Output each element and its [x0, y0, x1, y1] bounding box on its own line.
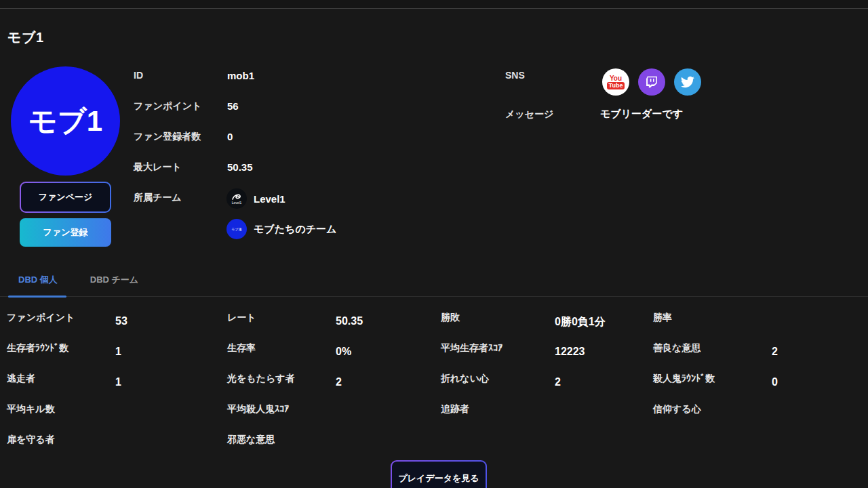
fan-subscriber-label: ファン登録者数 — [134, 131, 201, 143]
fan-register-button[interactable]: ファン登録 — [20, 218, 111, 247]
stat-cell-escapee: 逃走者 1 — [7, 371, 227, 402]
stat-cell-avg-killer-score: 平均殺人鬼ｽｺｱ — [227, 402, 441, 432]
max-rate-label: 最大レート — [134, 161, 182, 174]
stat-cell-malicious: 邪悪な意思 — [227, 432, 441, 463]
id-value: mob1 — [227, 70, 254, 81]
youtube-icon-text-bottom: Tube — [607, 82, 625, 89]
fan-subscriber-value: 0 — [227, 131, 233, 142]
stat-cell-avg-kills: 平均キル数 — [7, 402, 227, 432]
stat-cell-fan-point: ファンポイント 53 — [7, 310, 227, 341]
stat-cell-rate: レート 50.35 — [227, 310, 441, 341]
team-level1-icon: Level1 — [226, 188, 247, 209]
team-mob-icon: モブ達 — [226, 219, 247, 239]
view-play-data-button-label[interactable]: プレイデータを見る — [392, 462, 486, 488]
stat-cell-win-rate: 勝率 — [653, 310, 865, 341]
stat-cell-survival-rate: 生存率 0% — [227, 341, 441, 371]
stats-grid: ファンポイント 53 レート 50.35 勝敗 0勝0負1分 勝率 生存者ﾗｳﾝ… — [7, 310, 865, 463]
sns-icon-row: You Tube — [602, 68, 701, 96]
stat-cell-win-loss: 勝敗 0勝0負1分 — [441, 310, 653, 341]
message-value: モブリーダーです — [600, 108, 683, 121]
youtube-icon[interactable]: You Tube — [602, 68, 629, 96]
tab-dbd-personal[interactable]: DBD 個人 — [18, 274, 58, 286]
stat-cell-lightbringer: 光をもたらす者 2 — [227, 371, 441, 402]
view-play-data-button[interactable]: プレイデータを見る — [391, 460, 487, 488]
stat-cell-devout: 信仰する心 — [653, 402, 865, 432]
avatar: モブ1 — [11, 66, 120, 176]
active-tab-underline — [8, 296, 66, 298]
team-mob-name[interactable]: モブたちのチーム — [254, 223, 336, 236]
stat-cell-killer-rounds: 殺人鬼ﾗｳﾝﾄﾞ数 0 — [653, 371, 865, 402]
team-mob-badge-text: モブ達 — [231, 228, 241, 231]
team-row-level1[interactable]: Level1 Level1 — [226, 188, 285, 209]
tab-bar: DBD 個人 DBD チーム — [18, 274, 138, 286]
message-label: メッセージ — [505, 108, 553, 121]
page-title: モブ1 — [7, 28, 44, 47]
id-label: ID — [134, 70, 143, 81]
fan-point-label: ファンポイント — [134, 100, 201, 113]
top-divider-bar — [0, 0, 868, 9]
stat-cell-chaser: 追跡者 — [441, 402, 653, 432]
team-level1-badge-text: Level1 — [232, 201, 242, 205]
avatar-text: モブ1 — [28, 102, 102, 140]
tab-dbd-team[interactable]: DBD チーム — [90, 274, 138, 286]
fan-page-button-label[interactable]: ファンページ — [21, 183, 110, 211]
twitter-icon[interactable] — [674, 68, 701, 96]
team-label: 所属チーム — [134, 192, 182, 204]
max-rate-value: 50.35 — [227, 161, 253, 173]
stat-cell-benevolent: 善良な意思 2 — [653, 341, 865, 371]
team-level1-name[interactable]: Level1 — [254, 193, 285, 205]
stat-cell-avg-survivor-score: 平均生存者ｽｺｱ 12223 — [441, 341, 653, 371]
stat-cell-gatekeeper: 扉を守る者 — [7, 432, 227, 463]
stat-cell-unbroken: 折れない心 2 — [441, 371, 653, 402]
tab-divider-line — [0, 296, 868, 297]
team-row-mob[interactable]: モブ達 モブたちのチーム — [226, 219, 336, 239]
fan-page-button[interactable]: ファンページ — [20, 182, 111, 213]
fan-point-value: 56 — [227, 100, 239, 112]
sns-label: SNS — [505, 70, 525, 81]
twitch-icon[interactable] — [638, 68, 665, 96]
youtube-icon-text-top: You — [610, 75, 622, 82]
stat-cell-survivor-rounds: 生存者ﾗｳﾝﾄﾞ数 1 — [7, 341, 227, 371]
